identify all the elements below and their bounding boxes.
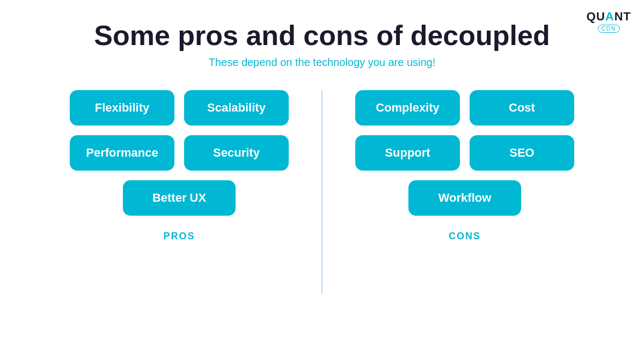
seo-badge: SEO — [470, 135, 574, 171]
performance-badge: Performance — [70, 135, 174, 171]
cons-section: Complexity Cost Support SEO Workflow CON… — [333, 90, 596, 294]
scalability-badge: Scalability — [184, 90, 289, 126]
cost-badge: Cost — [470, 90, 574, 126]
support-badge: Support — [355, 135, 460, 171]
logo: QUANT CDN — [587, 10, 631, 33]
cons-row-1: Complexity Cost — [355, 90, 574, 126]
cons-row-2: Support SEO — [355, 135, 574, 171]
page-title: Some pros and cons of decoupled — [0, 20, 644, 51]
logo-text: QUANT — [587, 10, 631, 24]
section-divider — [321, 90, 323, 294]
better-ux-badge: Better UX — [123, 180, 236, 216]
complexity-badge: Complexity — [355, 90, 460, 126]
pros-row-2: Performance Security — [70, 135, 289, 171]
content-area: Flexibility Scalability Performance Secu… — [0, 90, 644, 294]
cons-badges: Complexity Cost Support SEO Workflow — [333, 90, 596, 216]
flexibility-badge: Flexibility — [70, 90, 174, 126]
pros-row-1: Flexibility Scalability — [70, 90, 289, 126]
security-badge: Security — [184, 135, 289, 171]
cons-label: CONS — [449, 231, 481, 242]
workflow-badge: Workflow — [408, 180, 521, 216]
pros-badges: Flexibility Scalability Performance Secu… — [48, 90, 311, 216]
pros-label: PROS — [163, 231, 195, 242]
cons-row-3: Workflow — [408, 180, 521, 216]
pros-section: Flexibility Scalability Performance Secu… — [48, 90, 311, 294]
pros-row-3: Better UX — [123, 180, 236, 216]
logo-cdn: CDN — [598, 25, 620, 33]
page-header: Some pros and cons of decoupled These de… — [0, 0, 644, 69]
page-subtitle: These depend on the technology you are u… — [0, 56, 644, 69]
